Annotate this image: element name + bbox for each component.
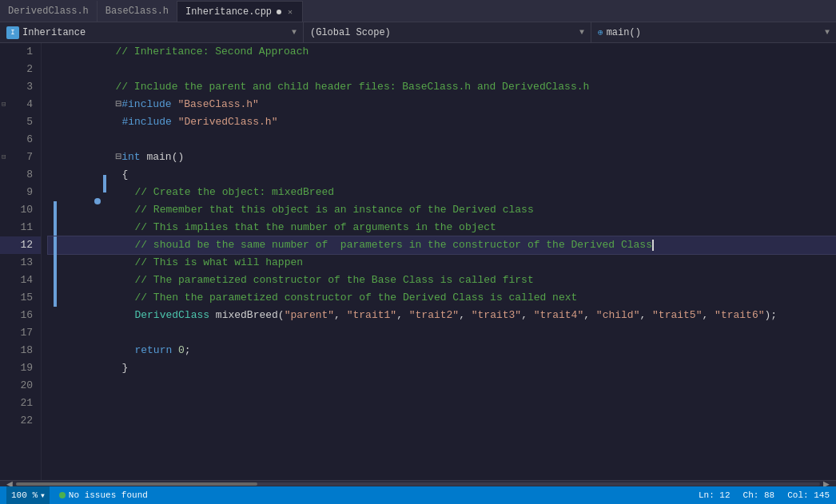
line-num-17: 17 (0, 324, 41, 342)
line-num-6: 6 (0, 131, 41, 149)
tab-base[interactable]: BaseClass.h (98, 1, 177, 22)
code-line-19: } (48, 359, 836, 377)
code-line-22 (48, 412, 836, 430)
line-num-2: 2 (0, 61, 41, 78)
toolbar-scope-selector[interactable]: (Global Scope) ▼ (304, 22, 591, 42)
code-line-5: #include "DerivedClass.h" (48, 113, 836, 131)
col-number-status: Col: 145 (787, 490, 830, 500)
tab-bar: DerivedClass.h BaseClass.h Inheritance.c… (0, 0, 836, 22)
line-num-7: ⊟7 (0, 149, 41, 166)
line-num-10: 10 (0, 201, 41, 219)
line-num-12: 12 (0, 236, 41, 254)
line-num-14: 14 (0, 272, 41, 289)
tab-derived-label: DerivedClass.h (8, 6, 89, 17)
line-num-20: 20 (0, 377, 41, 395)
function-name: main() (607, 27, 641, 38)
zoom-text: 100 % (11, 490, 38, 500)
tab-derived[interactable]: DerivedClass.h (0, 1, 98, 22)
line-num-1: 1 (0, 43, 41, 61)
status-bar: 100 % ▼ No issues found Ln: 12 Ch: 88 Co… (0, 486, 836, 504)
tab-close-icon[interactable]: ✕ (286, 6, 294, 18)
line-num-21: 21 (0, 395, 41, 412)
dropdown-arrow-icon[interactable]: ▼ (292, 28, 297, 37)
line-num-18: 18 (0, 342, 41, 359)
toolbar-function-selector[interactable]: ⊕ main() ▼ (591, 22, 836, 42)
tab-dot (277, 10, 281, 14)
code-line-1: // Inheritance: Second Approach (48, 43, 836, 61)
zoom-level[interactable]: 100 % ▼ (6, 486, 50, 504)
code-line-16: DerivedClass mixedBreed("parent", "trait… (48, 307, 836, 324)
char-number-status: Ch: 88 (743, 490, 775, 500)
scrollbar-thumb[interactable] (16, 482, 257, 486)
file-name: Inheritance (22, 27, 289, 38)
file-icon: I (6, 26, 19, 39)
scope-dropdown-arrow-icon[interactable]: ▼ (579, 28, 584, 37)
line-num-9: 9 (0, 184, 41, 201)
tab-inheritance[interactable]: Inheritance.cpp ✕ (177, 1, 303, 22)
tab-inheritance-label: Inheritance.cpp (185, 6, 272, 18)
line-num-13: 13 (0, 254, 41, 272)
toolbar: I Inheritance ▼ (Global Scope) ▼ ⊕ main(… (0, 22, 836, 43)
line-number-status: Ln: 12 (699, 490, 731, 500)
no-issues-status: No issues found (59, 490, 148, 500)
scope-text: (Global Scope) (310, 27, 391, 38)
horizontal-scrollbar[interactable]: ◀ ▶ (0, 480, 836, 486)
no-issues-icon (59, 492, 66, 498)
line-num-19: 19 (0, 359, 41, 377)
zoom-dropdown-icon[interactable]: ▼ (41, 492, 45, 499)
code-line-20 (48, 377, 836, 395)
status-left: 100 % ▼ No issues found (6, 486, 148, 504)
scrollbar-track[interactable] (16, 482, 820, 486)
toolbar-file-selector[interactable]: I Inheritance ▼ (0, 22, 304, 42)
line-num-15: 15 (0, 289, 41, 307)
line-num-16: 16 (0, 307, 41, 324)
line-num-22: 22 (0, 412, 41, 430)
function-dropdown-arrow-icon[interactable]: ▼ (825, 28, 830, 37)
line-num-5: 5 (0, 113, 41, 131)
line-num-11: 11 (0, 219, 41, 236)
line-num-4: ⊟4 (0, 96, 41, 113)
tab-base-label: BaseClass.h (105, 6, 169, 17)
status-right: Ln: 12 Ch: 88 Col: 145 (699, 490, 830, 500)
editor: 1 2 3 ⊟4 5 6 ⊟7 8 9 10 11 12 13 14 15 16… (0, 43, 836, 480)
no-issues-text: No issues found (69, 490, 148, 500)
line-numbers: 1 2 3 ⊟4 5 6 ⊟7 8 9 10 11 12 13 14 15 16… (0, 43, 42, 480)
function-icon: ⊕ (598, 27, 603, 38)
code-line-21 (48, 395, 836, 412)
line-num-3: 3 (0, 78, 41, 96)
line-num-8: 8 (0, 166, 41, 184)
code-area[interactable]: // Inheritance: Second Approach // Inclu… (42, 43, 836, 480)
